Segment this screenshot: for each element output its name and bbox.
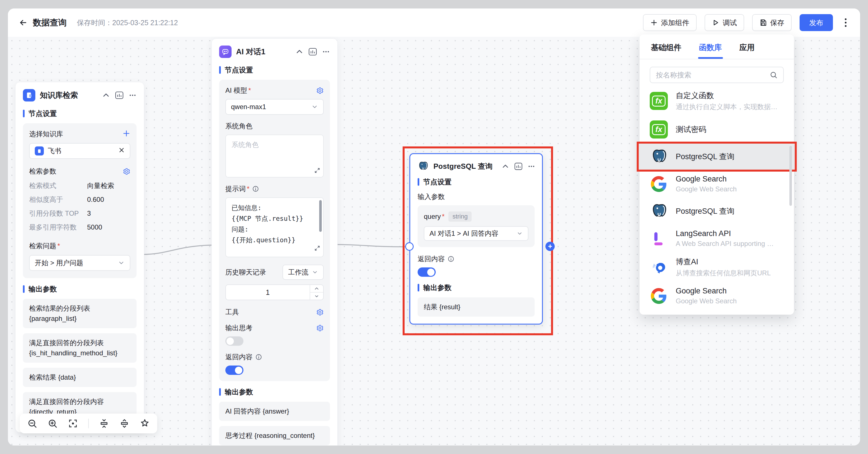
node-title: PostgreSQL 查询 [433,161,497,171]
history-label: 历史聊天记录 [225,268,266,277]
collapse-icon[interactable] [296,48,303,56]
textarea-scrollbar[interactable] [319,200,322,232]
panel-tabs: 基础组件 函数库 应用 [640,34,794,59]
param-type-badge: string [448,212,472,222]
add-kb-icon[interactable] [122,129,130,138]
remove-kb-icon[interactable] [119,147,125,155]
input-params-label: 输入参数 [417,192,535,201]
stepper-up-icon[interactable] [310,285,323,293]
node-more-icon[interactable] [129,91,136,99]
kb-selected-item[interactable]: 飞书 [29,143,130,159]
postgresql-icon [650,148,668,166]
stepper-down-icon[interactable] [310,293,323,300]
thinking-toggle[interactable] [225,336,243,346]
fx-icon: fx [650,92,668,110]
edge-kb-to-ai [143,245,212,254]
return-content-toggle[interactable] [417,267,436,277]
toolbar-divider [88,419,89,428]
model-gear-icon[interactable] [316,87,324,94]
search-input[interactable] [656,71,765,79]
tools-gear-icon[interactable] [316,309,324,316]
select-kb-label: 选择知识库 [29,129,63,138]
component-search-box[interactable] [650,67,784,83]
chevron-down-icon [517,230,523,237]
node-more-icon[interactable] [528,163,535,170]
param-row: 检索模式向量检索 [29,179,130,193]
tab-applications[interactable]: 应用 [739,42,755,59]
search-icon [770,71,777,79]
node-knowledge-retrieval[interactable]: 知识库检索 节点设置 选择知识库 飞书 检 [15,82,144,432]
add-component-button[interactable]: 添加组件 [643,14,697,31]
feishu-doc-icon [35,147,44,156]
list-item-custom-function[interactable]: fx 自定义函数通过执行自定义脚本，实现数据处理 [640,86,794,116]
google-icon [650,175,668,193]
chevron-down-icon [311,103,318,110]
info-icon [447,256,454,262]
pg-node-area: PostgreSQL 查询 节点设置 输入参数 query* string [403,147,553,335]
return-content-label: 返回内容 [225,353,252,362]
save-time: 保存时间：2025-03-25 21:22:12 [77,18,178,27]
expand-icon[interactable] [314,167,320,175]
list-item-langsearch-api[interactable]: LangSearch APIA Web Search API supportin… [640,225,794,252]
history-count-input[interactable]: 1 [225,284,324,300]
query-value-select[interactable]: AI 对话1 > AI 回答内容 [424,226,528,241]
prompt-label: 提示词* [225,184,249,193]
run-result-chart-icon[interactable] [308,48,317,56]
thinking-label: 输出思考 [225,323,252,332]
more-menu-button[interactable] [841,14,850,31]
zoom-in-icon[interactable] [48,418,58,428]
publish-button[interactable]: 发布 [800,14,833,31]
beautify-layout-icon[interactable] [140,418,150,428]
list-item-postgresql-query[interactable]: PostgreSQL 查询 [640,198,794,225]
output-item: 结果 {result} [417,297,535,317]
list-item-postgresql-query-highlighted[interactable]: PostgreSQL 查询 [640,143,794,170]
collapse-nodes-icon[interactable] [99,418,109,428]
debug-button[interactable]: 调试 [705,14,744,31]
param-row: 相似度高于0.600 [29,193,130,206]
expand-nodes-icon[interactable] [119,418,129,428]
info-icon [255,354,262,360]
app-window: 数据查询 保存时间：2025-03-25 21:22:12 添加组件 调试 保存… [8,8,860,446]
question-label: 检索问题* [29,241,130,251]
node-ai-chat[interactable]: AI 对话1 节点设置 AI 模型* qwen-max1 系统角色 [212,38,338,446]
collapse-icon[interactable] [102,91,110,99]
fit-view-icon[interactable] [68,418,78,428]
node-more-icon[interactable] [322,48,330,56]
run-result-chart-icon[interactable] [115,91,124,99]
tab-function-library[interactable]: 函数库 [699,42,722,59]
list-item-test-password[interactable]: fx 测试密码 [640,116,794,143]
tools-label: 工具 [225,307,239,317]
play-icon [712,19,719,26]
panel-scrollbar[interactable] [789,146,792,206]
return-content-toggle[interactable] [225,365,243,375]
input-port[interactable] [405,242,414,251]
list-item-bocha-ai[interactable]: 博查AI从博查搜索任何信息和网页URL [640,252,794,282]
history-mode-select[interactable]: 工作流 [282,265,324,280]
save-button[interactable]: 保存 [752,14,792,31]
system-role-label: 系统角色 [225,122,324,131]
list-item-google-search[interactable]: Google SearchGoogle Web Search [640,282,794,310]
tab-basic-components[interactable]: 基础组件 [651,42,681,59]
add-next-node-button[interactable]: + [546,242,555,251]
edge-ai-to-pg [337,245,405,247]
back-button[interactable] [18,17,29,28]
bocha-icon [650,258,668,276]
run-result-chart-icon[interactable] [514,163,523,170]
section-output-params: 输出参数 [417,283,535,292]
return-content-label: 返回内容 [417,254,445,263]
page-title: 数据查询 [33,17,67,29]
node-postgresql-query[interactable]: PostgreSQL 查询 节点设置 输入参数 query* string [409,153,543,325]
model-select[interactable]: qwen-max1 [225,99,324,115]
question-select[interactable]: 开始 > 用户问题 [29,255,130,271]
chevron-down-icon [118,260,125,266]
param-row: 引用分段数 TOP3 [29,206,130,220]
params-gear-icon[interactable] [123,168,130,175]
zoom-out-icon[interactable] [27,418,37,428]
system-role-textarea[interactable]: 系统角色 [225,135,324,177]
thinking-gear-icon[interactable] [316,324,324,332]
collapse-icon[interactable] [502,163,509,170]
list-item-google-search[interactable]: Google SearchGoogle Web Search [640,170,794,198]
prompt-textarea[interactable]: 已知信息: {{MCP 节点.result}} 问题: {{开始.questio… [225,197,324,257]
expand-icon[interactable] [314,244,320,254]
plus-icon [650,19,658,26]
